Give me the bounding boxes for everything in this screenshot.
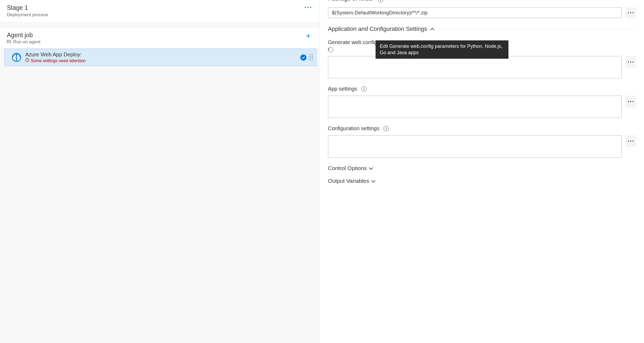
svg-rect-9 — [27, 61, 27, 61]
svg-rect-8 — [27, 59, 27, 61]
ellipsis-icon: ··· — [628, 12, 634, 14]
agent-job-subtitle: Run on agent — [13, 39, 40, 45]
output-variables-title: Output Variables — [328, 178, 369, 184]
ellipsis-icon: ··· — [628, 61, 634, 63]
info-icon[interactable]: i — [384, 126, 389, 131]
drag-handle-icon[interactable] — [310, 54, 313, 61]
azure-app-service-icon — [12, 53, 21, 62]
edit-config-settings-button[interactable]: ··· — [625, 135, 637, 147]
section-output-variables-header[interactable]: Output Variables — [328, 178, 637, 184]
package-folder-label: Package or folder — [328, 0, 374, 2]
server-icon — [7, 39, 11, 45]
stage-header: Stage 1 Deployment process ··· — [0, 0, 319, 23]
edit-webconfig-button[interactable]: ··· — [625, 56, 637, 68]
agent-job-title: Agent job — [7, 32, 40, 39]
section-control-options-header[interactable]: Control Options — [328, 165, 637, 171]
svg-rect-4 — [7, 41, 8, 42]
info-icon[interactable]: i — [361, 86, 367, 92]
stage-subtitle: Deployment process — [7, 12, 48, 18]
left-panel: Stage 1 Deployment process ··· Agent job — [0, 0, 319, 343]
divider — [439, 29, 637, 29]
chevron-down-icon — [369, 166, 373, 170]
more-actions-icon[interactable]: ··· — [304, 4, 312, 9]
task-enabled-badge[interactable] — [300, 54, 306, 61]
browse-package-button[interactable]: ··· — [625, 7, 637, 18]
section-app-config-header[interactable]: Application and Configuration Settings — [328, 26, 637, 32]
ellipsis-icon: ··· — [628, 141, 634, 142]
generate-webconfig-input[interactable] — [328, 56, 622, 78]
add-task-button[interactable]: ＋ — [304, 32, 312, 40]
package-folder-input[interactable] — [328, 7, 622, 18]
app-settings-label: App settings — [328, 86, 357, 92]
ellipsis-icon: ··· — [628, 101, 634, 102]
config-settings-label: Configuration settings — [328, 125, 379, 132]
chevron-down-icon — [371, 178, 375, 183]
svg-rect-5 — [7, 43, 8, 43]
section-app-config-title: Application and Configuration Settings — [328, 26, 427, 32]
tooltip: Edit Generate web.config parameters for … — [376, 40, 508, 59]
app-settings-input[interactable] — [328, 96, 622, 118]
info-icon[interactable]: i — [328, 47, 333, 52]
right-panel: Package or folder i ··· Application and … — [319, 0, 644, 343]
control-options-title: Control Options — [328, 165, 367, 171]
task-title: Azure Web App Deploy: — [25, 52, 296, 58]
chevron-up-icon — [430, 28, 435, 32]
svg-rect-3 — [7, 40, 8, 40]
stage-title: Stage 1 — [7, 4, 48, 12]
edit-app-settings-button[interactable]: ··· — [625, 96, 637, 107]
info-icon[interactable]: i — [378, 0, 383, 2]
config-settings-input[interactable] — [328, 135, 622, 158]
warning-icon — [25, 58, 29, 63]
task-azure-web-app-deploy[interactable]: Azure Web App Deploy: Some settings need… — [4, 49, 317, 66]
task-warning-text: Some settings need attention — [31, 58, 86, 63]
agent-job-header[interactable]: Agent job Run on agent — [0, 28, 319, 49]
